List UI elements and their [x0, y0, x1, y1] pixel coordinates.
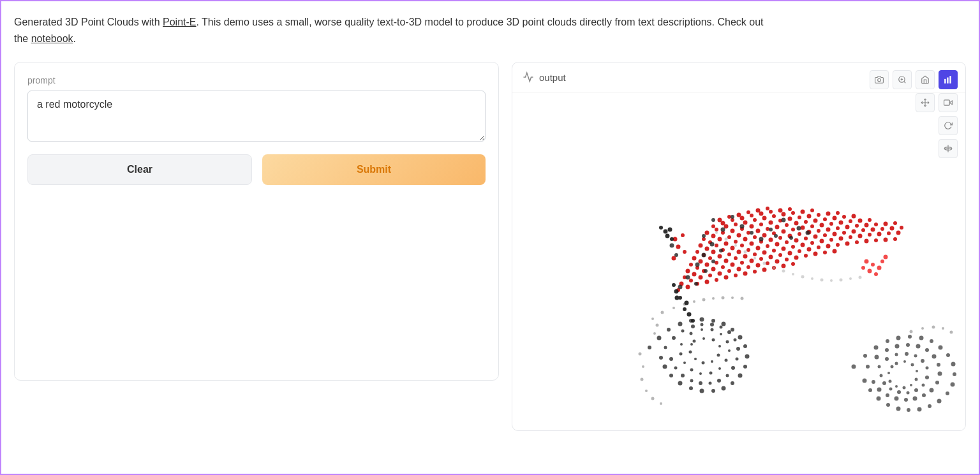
svg-point-410	[670, 237, 674, 241]
svg-point-428	[849, 277, 852, 280]
svg-point-423	[801, 275, 805, 279]
svg-point-330	[877, 397, 881, 401]
svg-point-19	[756, 208, 761, 213]
svg-point-365	[882, 381, 886, 385]
svg-point-45	[731, 229, 735, 233]
svg-point-38	[782, 212, 786, 217]
svg-point-27	[769, 210, 773, 214]
svg-point-348	[895, 397, 899, 401]
svg-point-95	[711, 250, 716, 254]
svg-point-118	[718, 254, 722, 259]
svg-point-71	[833, 216, 837, 221]
svg-point-156	[858, 234, 863, 238]
svg-point-404	[685, 301, 689, 305]
svg-point-215	[681, 233, 685, 237]
svg-point-288	[701, 328, 703, 331]
svg-point-420	[773, 267, 775, 269]
submit-button[interactable]: Submit	[262, 154, 486, 185]
svg-point-349	[886, 393, 889, 397]
svg-point-63	[756, 229, 761, 233]
svg-point-101	[769, 238, 773, 242]
chart-tool-button[interactable]	[939, 70, 958, 89]
svg-point-382	[702, 298, 706, 302]
svg-point-417	[744, 251, 747, 254]
svg-point-213	[791, 262, 795, 266]
home-tool-button[interactable]	[916, 70, 935, 89]
svg-point-37	[772, 214, 776, 218]
svg-point-392	[641, 378, 644, 381]
svg-point-416	[734, 244, 737, 247]
svg-point-173	[798, 249, 801, 253]
prompt-input[interactable]: a red motorcycle	[27, 91, 486, 142]
svg-point-158	[877, 232, 882, 237]
zoom-tool-button[interactable]	[893, 70, 912, 89]
svg-point-91	[858, 219, 863, 223]
svg-point-171	[778, 253, 782, 257]
svg-point-119	[727, 252, 731, 256]
svg-point-176	[826, 244, 831, 249]
svg-point-379	[672, 307, 675, 309]
svg-point-433	[877, 266, 882, 270]
svg-point-254	[745, 354, 750, 359]
svg-point-264	[663, 365, 667, 369]
svg-point-253	[743, 344, 747, 348]
svg-point-396	[910, 330, 913, 333]
point-cloud-visualization[interactable]	[512, 92, 965, 430]
svg-point-398	[932, 326, 935, 329]
svg-point-232	[740, 224, 745, 229]
svg-point-194	[775, 259, 780, 264]
camera-tool-button[interactable]	[870, 70, 889, 89]
svg-point-271	[710, 323, 714, 326]
svg-point-116	[699, 259, 703, 264]
svg-point-312	[874, 346, 879, 350]
svg-point-262	[678, 381, 683, 386]
svg-point-210	[762, 268, 767, 272]
svg-point-66	[785, 223, 789, 227]
svg-point-93	[692, 256, 697, 261]
svg-point-205	[715, 278, 718, 282]
svg-point-374	[895, 385, 898, 388]
svg-point-381	[693, 300, 695, 303]
svg-point-183	[893, 237, 897, 241]
svg-point-390	[639, 353, 642, 356]
svg-point-323	[946, 391, 949, 395]
clear-button[interactable]: Clear	[27, 154, 252, 185]
description-text: Generated 3D Point Clouds with Point-E. …	[14, 14, 780, 47]
svg-point-80	[753, 235, 757, 239]
svg-point-130	[833, 232, 837, 237]
svg-point-258	[722, 386, 726, 391]
svg-point-112	[874, 223, 878, 226]
svg-point-126	[794, 238, 799, 243]
svg-point-109	[845, 225, 850, 230]
notebook-link[interactable]: notebook	[31, 33, 73, 44]
svg-point-436	[861, 266, 865, 270]
svg-point-74	[695, 250, 699, 254]
svg-point-221	[702, 234, 706, 238]
svg-point-31	[715, 228, 718, 231]
svg-point-377	[891, 365, 894, 369]
svg-point-340	[932, 354, 937, 359]
svg-point-240	[797, 226, 801, 231]
svg-point-316	[919, 336, 924, 340]
svg-point-257	[731, 381, 734, 385]
svg-point-115	[689, 263, 693, 267]
svg-point-359	[925, 376, 929, 379]
svg-point-120	[737, 250, 741, 254]
toolbar-row-1	[870, 70, 958, 89]
svg-point-85	[801, 226, 805, 230]
svg-point-59	[718, 237, 722, 242]
svg-point-326	[917, 407, 922, 412]
point-e-link[interactable]: Point-E	[163, 17, 196, 27]
svg-point-181	[874, 238, 878, 242]
svg-point-117	[708, 256, 712, 260]
svg-point-162	[692, 272, 697, 277]
prompt-label: prompt	[27, 75, 486, 85]
svg-point-47	[750, 224, 754, 229]
svg-point-233	[750, 231, 754, 235]
svg-point-320	[951, 362, 956, 367]
svg-point-267	[672, 336, 676, 340]
svg-point-413	[668, 228, 672, 232]
svg-point-228	[686, 275, 690, 280]
svg-point-79	[743, 237, 748, 242]
svg-rect-7	[949, 76, 951, 84]
